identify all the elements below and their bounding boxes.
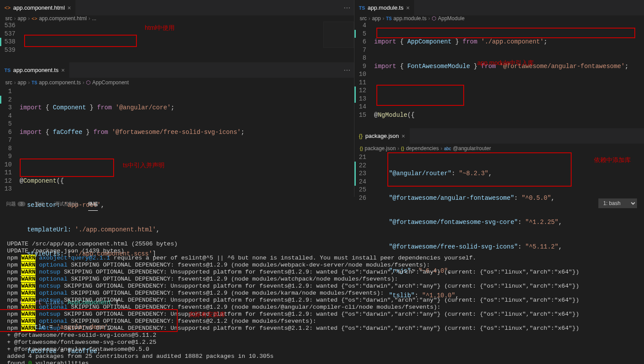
panel-tab-terminal[interactable]: 终端	[88, 201, 98, 207]
panel-tab-debug[interactable]: 调试控制台	[54, 201, 79, 207]
html-file-icon: <>	[32, 16, 37, 21]
breadcrumb-item[interactable]: @angular/router	[453, 145, 491, 151]
editor-pane-html: <> app.component.html × ⋯ src› app› <> a…	[0, 0, 354, 62]
json-file-icon: {}	[359, 133, 363, 139]
json-brace-icon: {}	[401, 146, 404, 151]
breadcrumb-item[interactable]: src	[5, 15, 12, 22]
panel-tabs: 问题3 输出 调试控制台 终端 1: bash	[0, 197, 644, 211]
tab-app-component-ts[interactable]: TS app.component.ts ×	[0, 62, 69, 78]
close-icon[interactable]: ×	[61, 67, 64, 74]
breadcrumb-item[interactable]: app	[372, 15, 381, 22]
ts-file-icon: TS	[32, 80, 37, 85]
tab-bar: TS app.module.ts ×	[354, 0, 644, 15]
tab-label: app.component.html	[13, 4, 65, 11]
class-icon: ⬡	[432, 15, 436, 22]
breadcrumb-item[interactable]: app.module.ts	[394, 15, 426, 22]
minimap[interactable]	[323, 22, 354, 48]
editor-pane-module: TS app.module.ts × src› app› TS app.modu…	[354, 0, 644, 128]
tab-package-json[interactable]: {} package.json ×	[354, 128, 410, 144]
class-icon: ⬡	[86, 79, 90, 86]
more-actions-icon[interactable]: ⋯	[343, 4, 351, 12]
tab-label: package.json	[365, 133, 399, 139]
html-file-icon: <>	[4, 5, 11, 11]
close-icon[interactable]: ×	[401, 133, 405, 140]
breadcrumb-item[interactable]: AppComponent	[92, 79, 129, 86]
breadcrumb[interactable]: src› app› <> app.component.html› ...	[0, 15, 354, 22]
terminal-selector[interactable]: 1: bash	[598, 198, 637, 208]
tab-bar: <> app.component.html × ⋯	[0, 0, 354, 15]
bottom-panel: 问题3 输出 调试控制台 终端 1: bash 实际有安装库 UPDATE /s…	[0, 196, 644, 364]
tab-label: app.component.ts	[13, 67, 58, 73]
panel-tab-output[interactable]: 输出	[35, 201, 45, 207]
tab-app-module-ts[interactable]: TS app.module.ts ×	[354, 0, 414, 15]
breadcrumb[interactable]: {} package.json› {} dependencies› abc @a…	[354, 144, 644, 153]
breadcrumb[interactable]: src› app› TS app.module.ts› ⬡ AppModule	[354, 15, 644, 22]
breadcrumb[interactable]: src› app› TS app.component.ts› ⬡ AppComp…	[0, 78, 354, 87]
breadcrumb-item[interactable]: app.component.ts	[39, 79, 81, 86]
string-icon: abc	[444, 146, 451, 151]
breadcrumb-item[interactable]: app	[18, 79, 26, 86]
breadcrumb-item[interactable]: dependencies	[406, 145, 439, 151]
breadcrumb-item[interactable]: ...	[92, 15, 97, 22]
terminal-body[interactable]: 实际有安装库 UPDATE /src/app/app.component.htm…	[0, 211, 644, 364]
breadcrumb-item[interactable]: app.component.html	[39, 15, 87, 22]
ts-file-icon: TS	[4, 68, 11, 73]
more-actions-icon[interactable]: ⋯	[343, 66, 351, 74]
json-file-icon: {}	[360, 146, 363, 151]
panel-tab-problems[interactable]: 问题3	[6, 201, 25, 207]
ts-file-icon: TS	[386, 16, 392, 21]
breadcrumb-item[interactable]: src	[360, 15, 367, 22]
breadcrumb-item[interactable]: AppModule	[438, 15, 465, 22]
tab-bar: {} package.json ×	[354, 128, 644, 144]
tab-app-component-html[interactable]: <> app.component.html ×	[0, 0, 75, 15]
breadcrumb-item[interactable]: app	[18, 15, 26, 22]
tab-label: app.module.ts	[368, 4, 404, 11]
tab-bar: TS app.component.ts × ⋯	[0, 62, 354, 78]
ts-file-icon: TS	[359, 5, 365, 11]
problems-badge: 3	[18, 202, 25, 206]
breadcrumb-item[interactable]: src	[5, 79, 12, 86]
breadcrumb-item[interactable]: package.json	[365, 145, 396, 151]
close-icon[interactable]: ×	[406, 4, 410, 11]
close-icon[interactable]: ×	[68, 4, 71, 11]
